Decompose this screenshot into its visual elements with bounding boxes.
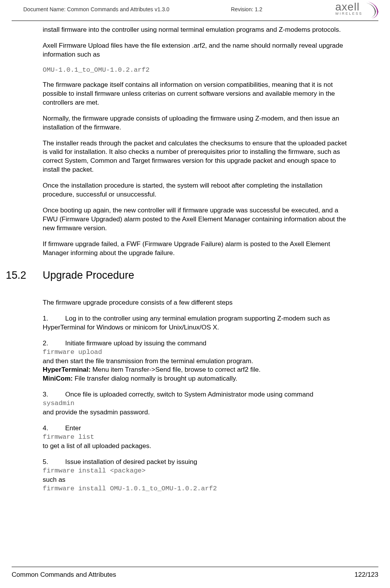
step-3: 3.Once file is uploaded correctly, switc… (43, 390, 351, 417)
page-content: install firmware into the controller usi… (0, 21, 390, 493)
step-text: Log in to the controller using any termi… (43, 315, 330, 331)
footer-title: Common Commands and Attributes (12, 571, 116, 579)
step-5: 5.Issue installation of desired packet b… (43, 458, 351, 493)
section-number: 15.2 (6, 269, 43, 281)
step-1: 1.Log in to the controller using any ter… (43, 314, 351, 332)
code-line: firmware list (43, 433, 351, 442)
paragraph: Once booting up again, the new controlle… (43, 206, 351, 233)
page-number: 122/123 (355, 571, 378, 579)
step-text: Once file is uploaded correctly, switch … (65, 391, 313, 398)
step-2: 2.Initiate firmware upload by issuing th… (43, 339, 351, 384)
logo-swoosh-icon (366, 1, 382, 21)
step-label: MiniCom: (43, 375, 73, 382)
step-text: and provide the sysadmin password. (43, 409, 150, 416)
step-text: Issue installation of desired packet by … (65, 458, 197, 466)
step-text: and then start the file transmission fro… (43, 357, 253, 365)
code-line: firmware install <package> (43, 467, 351, 476)
section-title: Upgrade Procedure (43, 269, 134, 281)
logo-sub: WIRELESS (335, 12, 363, 16)
step-4: 4.Enter firmware list to get a list of a… (43, 424, 351, 451)
step-text: Initiate firmware upload by issuing the … (65, 340, 206, 347)
logo: axell WIRELESS (335, 1, 382, 21)
paragraph: Once the installation procedure is start… (43, 181, 351, 199)
step-number: 5. (43, 458, 65, 467)
paragraph: install firmware into the controller usi… (43, 26, 351, 34)
page-header: Document Name: Common Commands and Attri… (12, 0, 378, 21)
step-text: File transfer dialog normally is brought… (73, 375, 237, 382)
paragraph: Axell Firmware Upload files have the fil… (43, 41, 351, 59)
section-intro: The firmware upgrade procedure consists … (43, 298, 351, 307)
step-text: such as (43, 476, 66, 483)
step-text: to get a list of all uploaded packages. (43, 442, 151, 450)
step-text: Enter (65, 424, 81, 432)
logo-main: axell (335, 1, 360, 13)
paragraph: The firmware package itself contains all… (43, 81, 351, 107)
paragraph: If firmware upgrade failed, a FWF (Firmw… (43, 240, 351, 258)
section-heading: 15.2 Upgrade Procedure (6, 269, 351, 281)
code-line: OMU-1.0.1_to_OMU-1.0.2.arf2 (43, 66, 351, 74)
paragraph: Normally, the firmware upgrade consists … (43, 114, 351, 132)
page-footer: Common Commands and Attributes 122/123 (12, 567, 378, 579)
step-number: 3. (43, 390, 65, 399)
paragraph: The installer reads through the packet a… (43, 139, 351, 175)
step-text: Menu item Transfer->Send file, browse to… (90, 366, 260, 373)
code-line: firmware install OMU-1.0.1_to_OMU-1.0.2.… (43, 485, 351, 493)
step-label: HyperTerminal: (43, 366, 90, 373)
step-number: 4. (43, 424, 65, 433)
document-name: Document Name: Common Commands and Attri… (23, 5, 170, 12)
step-number: 1. (43, 314, 65, 323)
code-line: sysadmin (43, 399, 351, 408)
code-line: firmware upload (43, 348, 351, 357)
revision-label: Revision: 1.2 (231, 6, 262, 12)
step-number: 2. (43, 339, 65, 348)
logo-text: axell WIRELESS (335, 1, 364, 16)
